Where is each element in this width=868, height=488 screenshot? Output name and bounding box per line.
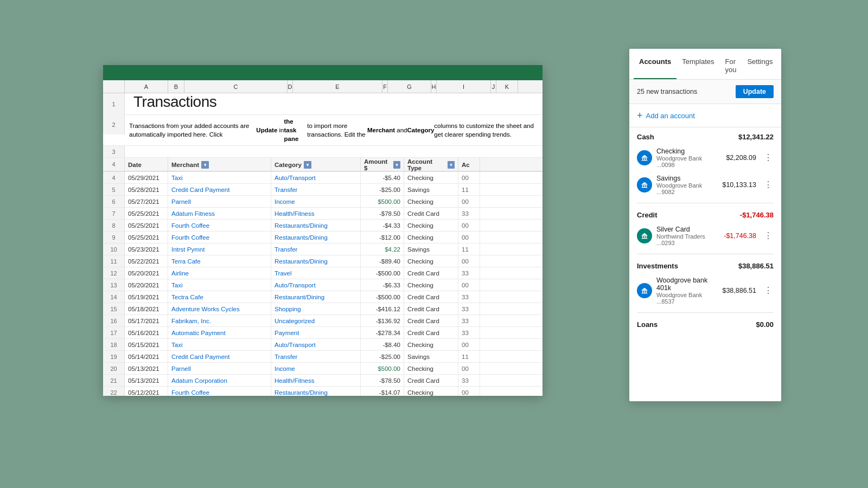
cell-category[interactable]: Auto/Transport — [271, 172, 361, 183]
row-num-th: 4 — [103, 158, 125, 171]
cell-category[interactable]: Restaurants/Dining — [271, 232, 361, 243]
cell-merchant[interactable]: Intrst Pymnt — [168, 243, 271, 255]
cell-account-type: Credit Card — [404, 208, 458, 219]
account-item: Woodgrove bank 401k Woodgrove Bank ...85… — [637, 273, 774, 308]
table-row: 4 05/29/2021 Taxi Auto/Transport -$5.40 … — [103, 172, 542, 184]
cell-date: 05/28/2021 — [125, 184, 168, 195]
account-item: Checking Woodgrove Bank ...0098 $2,208.0… — [637, 144, 774, 171]
cell-date: 05/14/2021 — [125, 351, 168, 362]
row-num: 8 — [103, 220, 125, 231]
th-category: Category ▼ — [271, 158, 361, 172]
cell-merchant[interactable]: Taxi — [168, 339, 271, 350]
cell-merchant[interactable]: Parnell — [168, 196, 271, 207]
add-account-button[interactable]: + Add an account — [629, 104, 781, 127]
cell-merchant[interactable]: Tectra Cafe — [168, 291, 271, 303]
cell-category[interactable]: Payment — [271, 327, 361, 338]
cell-merchant[interactable]: Fourth Coffee — [168, 387, 271, 396]
section-total: $12,341.22 — [738, 133, 774, 141]
cell-category[interactable]: Restaurants/Dining — [271, 220, 361, 231]
svg-rect-14 — [644, 236, 644, 238]
cell-category[interactable]: Restaurant/Dining — [271, 291, 361, 303]
th-ac: Ac — [458, 158, 480, 172]
cell-merchant[interactable]: Adventure Works Cycles — [168, 303, 271, 314]
cell-category[interactable]: Restaurants/Dining — [271, 255, 361, 267]
svg-rect-19 — [642, 291, 643, 293]
amount-filter-icon[interactable]: ▼ — [393, 161, 400, 169]
more-options-button[interactable]: ⋮ — [763, 285, 774, 296]
tab-templates[interactable]: Templates — [676, 53, 719, 79]
cell-amount: -$500.00 — [361, 291, 404, 303]
cell-account-type: Checking — [404, 220, 458, 231]
cell-merchant[interactable]: Terra Cafe — [168, 255, 271, 267]
cell-merchant[interactable]: Taxi — [168, 279, 271, 291]
cell-category[interactable]: Auto/Transport — [271, 279, 361, 291]
cell-merchant[interactable]: Fabrikam, Inc. — [168, 315, 271, 326]
cell-merchant[interactable]: Parnell — [168, 363, 271, 374]
merchant-filter-icon[interactable]: ▼ — [201, 161, 209, 169]
cell-amount: -$25.00 — [361, 184, 404, 195]
cell-account-type: Checking — [404, 232, 458, 243]
th-amount: Amount $ ▼ — [361, 158, 404, 172]
more-options-button[interactable]: ⋮ — [763, 179, 774, 190]
row-num: 15 — [103, 303, 125, 314]
cell-merchant[interactable]: Fourth Coffee — [168, 232, 271, 243]
account-section-header: Investments $38,886.51 — [637, 262, 774, 270]
cell-amount: -$4.33 — [361, 220, 404, 231]
account-type-filter-icon[interactable]: ▼ — [448, 161, 455, 169]
cell-ac: 00 — [458, 232, 480, 243]
cell-merchant[interactable]: Automatic Payment — [168, 327, 271, 338]
row-3: 3 — [103, 146, 542, 158]
cell-date: 05/13/2021 — [125, 375, 168, 386]
cell-category[interactable]: Shopping — [271, 303, 361, 314]
more-options-button[interactable]: ⋮ — [763, 152, 774, 163]
cell-ac: 33 — [458, 208, 480, 219]
svg-rect-22 — [642, 293, 648, 293]
account-name: Checking — [656, 147, 722, 155]
cell-category[interactable]: Restaurants/Dining — [271, 387, 361, 396]
section-name: Cash — [637, 133, 654, 141]
cell-amount: -$78.50 — [361, 208, 404, 219]
cell-category[interactable]: Transfer — [271, 184, 361, 195]
cell-category[interactable]: Health/Fitness — [271, 375, 361, 386]
account-info: Woodgrove bank 401k Woodgrove Bank ...85… — [656, 277, 718, 305]
category-filter-icon[interactable]: ▼ — [304, 161, 311, 169]
cell-amount: -$14.07 — [361, 387, 404, 396]
bank-icon — [640, 232, 649, 240]
cell-category[interactable]: Transfer — [271, 351, 361, 362]
bank-icon — [640, 286, 649, 295]
account-icon — [637, 283, 652, 298]
account-section-credit: Credit -$1,746.38 Silver Card — [629, 206, 781, 254]
row-num: 19 — [103, 351, 125, 362]
tab-settings[interactable]: Settings — [742, 53, 778, 79]
cell-amount: -$12.00 — [361, 232, 404, 243]
more-options-button[interactable]: ⋮ — [763, 230, 774, 241]
row-num: 20 — [103, 363, 125, 374]
tab-for-you[interactable]: For you — [719, 53, 742, 79]
cell-merchant[interactable]: Credit Card Payment — [168, 184, 271, 195]
tab-accounts[interactable]: Accounts — [634, 53, 676, 79]
th-account-type: Account Type ▼ — [404, 158, 458, 172]
cell-category[interactable]: Transfer — [271, 243, 361, 255]
cell-merchant[interactable]: Adatum Corporation — [168, 375, 271, 386]
table-row: 12 05/20/2021 Airline Travel -$500.00 Cr… — [103, 267, 542, 279]
cell-ac: 33 — [458, 267, 480, 279]
table-row: 17 05/16/2021 Automatic Payment Payment … — [103, 327, 542, 339]
svg-marker-11 — [642, 182, 648, 184]
cell-merchant[interactable]: Credit Card Payment — [168, 351, 271, 362]
table-row: 21 05/13/2021 Adatum Corporation Health/… — [103, 375, 542, 387]
account-section-loans: Loans $0.00 — [629, 315, 781, 334]
cell-category[interactable]: Income — [271, 363, 361, 374]
row-num-header — [103, 80, 125, 93]
cell-merchant[interactable]: Fourth Coffee — [168, 220, 271, 231]
update-button[interactable]: Update — [736, 85, 774, 98]
col-b: B — [168, 80, 184, 93]
cell-category[interactable]: Income — [271, 196, 361, 207]
cell-merchant[interactable]: Taxi — [168, 172, 271, 183]
cell-category[interactable]: Uncategorized — [271, 315, 361, 326]
cell-category[interactable]: Auto/Transport — [271, 339, 361, 350]
table-row: 7 05/25/2021 Adatum Fitness Health/Fitne… — [103, 208, 542, 220]
cell-category[interactable]: Health/Fitness — [271, 208, 361, 219]
cell-merchant[interactable]: Adatum Fitness — [168, 208, 271, 219]
cell-category[interactable]: Travel — [271, 267, 361, 279]
cell-merchant[interactable]: Airline — [168, 267, 271, 279]
